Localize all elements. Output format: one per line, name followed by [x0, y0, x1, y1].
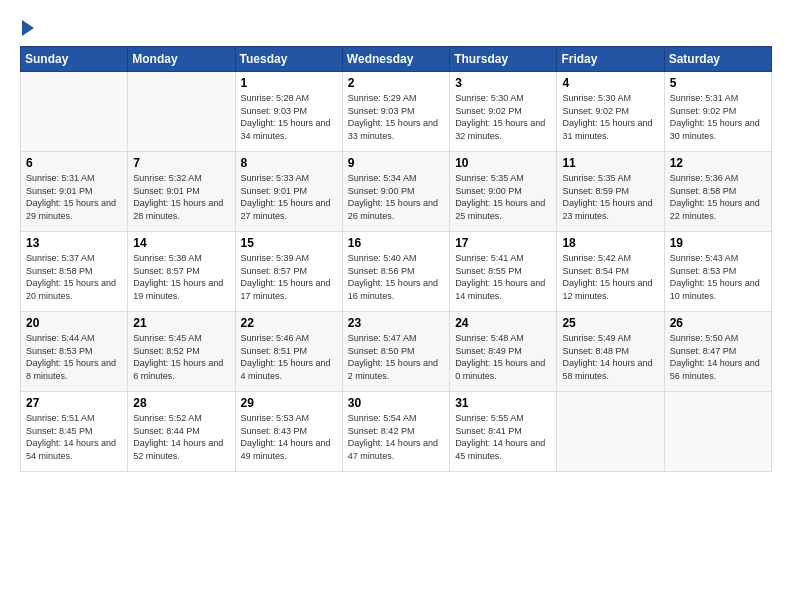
calendar-week-row: 1Sunrise: 5:28 AM Sunset: 9:03 PM Daylig… — [21, 72, 772, 152]
day-number: 27 — [26, 396, 122, 410]
day-number: 13 — [26, 236, 122, 250]
day-number: 22 — [241, 316, 337, 330]
day-info: Sunrise: 5:32 AM Sunset: 9:01 PM Dayligh… — [133, 172, 229, 222]
day-number: 6 — [26, 156, 122, 170]
calendar-day-cell: 20Sunrise: 5:44 AM Sunset: 8:53 PM Dayli… — [21, 312, 128, 392]
calendar-day-cell: 27Sunrise: 5:51 AM Sunset: 8:45 PM Dayli… — [21, 392, 128, 472]
calendar-day-cell: 7Sunrise: 5:32 AM Sunset: 9:01 PM Daylig… — [128, 152, 235, 232]
calendar-day-cell: 13Sunrise: 5:37 AM Sunset: 8:58 PM Dayli… — [21, 232, 128, 312]
weekday-header-tuesday: Tuesday — [235, 47, 342, 72]
day-number: 12 — [670, 156, 766, 170]
day-info: Sunrise: 5:31 AM Sunset: 9:02 PM Dayligh… — [670, 92, 766, 142]
calendar-day-cell: 31Sunrise: 5:55 AM Sunset: 8:41 PM Dayli… — [450, 392, 557, 472]
day-info: Sunrise: 5:38 AM Sunset: 8:57 PM Dayligh… — [133, 252, 229, 302]
day-info: Sunrise: 5:47 AM Sunset: 8:50 PM Dayligh… — [348, 332, 444, 382]
day-info: Sunrise: 5:50 AM Sunset: 8:47 PM Dayligh… — [670, 332, 766, 382]
calendar-day-cell: 5Sunrise: 5:31 AM Sunset: 9:02 PM Daylig… — [664, 72, 771, 152]
calendar-day-cell: 26Sunrise: 5:50 AM Sunset: 8:47 PM Dayli… — [664, 312, 771, 392]
day-number: 18 — [562, 236, 658, 250]
calendar-day-cell: 18Sunrise: 5:42 AM Sunset: 8:54 PM Dayli… — [557, 232, 664, 312]
day-info: Sunrise: 5:31 AM Sunset: 9:01 PM Dayligh… — [26, 172, 122, 222]
day-number: 23 — [348, 316, 444, 330]
day-number: 26 — [670, 316, 766, 330]
day-info: Sunrise: 5:33 AM Sunset: 9:01 PM Dayligh… — [241, 172, 337, 222]
weekday-header-monday: Monday — [128, 47, 235, 72]
calendar-day-cell: 12Sunrise: 5:36 AM Sunset: 8:58 PM Dayli… — [664, 152, 771, 232]
calendar-day-cell: 8Sunrise: 5:33 AM Sunset: 9:01 PM Daylig… — [235, 152, 342, 232]
calendar-day-cell: 17Sunrise: 5:41 AM Sunset: 8:55 PM Dayli… — [450, 232, 557, 312]
calendar-day-cell: 22Sunrise: 5:46 AM Sunset: 8:51 PM Dayli… — [235, 312, 342, 392]
calendar-day-cell: 2Sunrise: 5:29 AM Sunset: 9:03 PM Daylig… — [342, 72, 449, 152]
calendar-day-cell: 29Sunrise: 5:53 AM Sunset: 8:43 PM Dayli… — [235, 392, 342, 472]
calendar-day-cell: 6Sunrise: 5:31 AM Sunset: 9:01 PM Daylig… — [21, 152, 128, 232]
calendar-day-cell: 4Sunrise: 5:30 AM Sunset: 9:02 PM Daylig… — [557, 72, 664, 152]
day-info: Sunrise: 5:34 AM Sunset: 9:00 PM Dayligh… — [348, 172, 444, 222]
day-info: Sunrise: 5:43 AM Sunset: 8:53 PM Dayligh… — [670, 252, 766, 302]
weekday-header-thursday: Thursday — [450, 47, 557, 72]
calendar-header-row: SundayMondayTuesdayWednesdayThursdayFrid… — [21, 47, 772, 72]
day-info: Sunrise: 5:29 AM Sunset: 9:03 PM Dayligh… — [348, 92, 444, 142]
day-number: 1 — [241, 76, 337, 90]
day-number: 17 — [455, 236, 551, 250]
day-info: Sunrise: 5:30 AM Sunset: 9:02 PM Dayligh… — [455, 92, 551, 142]
calendar-day-cell: 25Sunrise: 5:49 AM Sunset: 8:48 PM Dayli… — [557, 312, 664, 392]
day-number: 15 — [241, 236, 337, 250]
day-number: 14 — [133, 236, 229, 250]
day-info: Sunrise: 5:51 AM Sunset: 8:45 PM Dayligh… — [26, 412, 122, 462]
day-info: Sunrise: 5:45 AM Sunset: 8:52 PM Dayligh… — [133, 332, 229, 382]
day-info: Sunrise: 5:36 AM Sunset: 8:58 PM Dayligh… — [670, 172, 766, 222]
day-info: Sunrise: 5:30 AM Sunset: 9:02 PM Dayligh… — [562, 92, 658, 142]
calendar-day-cell: 15Sunrise: 5:39 AM Sunset: 8:57 PM Dayli… — [235, 232, 342, 312]
day-info: Sunrise: 5:37 AM Sunset: 8:58 PM Dayligh… — [26, 252, 122, 302]
day-info: Sunrise: 5:28 AM Sunset: 9:03 PM Dayligh… — [241, 92, 337, 142]
day-number: 9 — [348, 156, 444, 170]
calendar-day-cell: 11Sunrise: 5:35 AM Sunset: 8:59 PM Dayli… — [557, 152, 664, 232]
calendar-table: SundayMondayTuesdayWednesdayThursdayFrid… — [20, 46, 772, 472]
day-number: 31 — [455, 396, 551, 410]
day-number: 11 — [562, 156, 658, 170]
calendar-day-cell: 9Sunrise: 5:34 AM Sunset: 9:00 PM Daylig… — [342, 152, 449, 232]
logo — [20, 20, 34, 36]
day-info: Sunrise: 5:55 AM Sunset: 8:41 PM Dayligh… — [455, 412, 551, 462]
day-info: Sunrise: 5:46 AM Sunset: 8:51 PM Dayligh… — [241, 332, 337, 382]
calendar-day-cell: 19Sunrise: 5:43 AM Sunset: 8:53 PM Dayli… — [664, 232, 771, 312]
calendar-day-cell: 1Sunrise: 5:28 AM Sunset: 9:03 PM Daylig… — [235, 72, 342, 152]
calendar-week-row: 13Sunrise: 5:37 AM Sunset: 8:58 PM Dayli… — [21, 232, 772, 312]
calendar-day-cell: 16Sunrise: 5:40 AM Sunset: 8:56 PM Dayli… — [342, 232, 449, 312]
calendar-week-row: 27Sunrise: 5:51 AM Sunset: 8:45 PM Dayli… — [21, 392, 772, 472]
day-number: 21 — [133, 316, 229, 330]
day-info: Sunrise: 5:41 AM Sunset: 8:55 PM Dayligh… — [455, 252, 551, 302]
day-number: 10 — [455, 156, 551, 170]
calendar-day-cell — [557, 392, 664, 472]
day-number: 24 — [455, 316, 551, 330]
day-number: 2 — [348, 76, 444, 90]
calendar-day-cell: 10Sunrise: 5:35 AM Sunset: 9:00 PM Dayli… — [450, 152, 557, 232]
day-number: 25 — [562, 316, 658, 330]
day-info: Sunrise: 5:40 AM Sunset: 8:56 PM Dayligh… — [348, 252, 444, 302]
day-number: 30 — [348, 396, 444, 410]
day-number: 8 — [241, 156, 337, 170]
day-number: 4 — [562, 76, 658, 90]
day-info: Sunrise: 5:44 AM Sunset: 8:53 PM Dayligh… — [26, 332, 122, 382]
day-number: 28 — [133, 396, 229, 410]
page-header — [20, 20, 772, 36]
weekday-header-wednesday: Wednesday — [342, 47, 449, 72]
day-info: Sunrise: 5:49 AM Sunset: 8:48 PM Dayligh… — [562, 332, 658, 382]
day-number: 3 — [455, 76, 551, 90]
calendar-day-cell: 28Sunrise: 5:52 AM Sunset: 8:44 PM Dayli… — [128, 392, 235, 472]
day-info: Sunrise: 5:52 AM Sunset: 8:44 PM Dayligh… — [133, 412, 229, 462]
calendar-day-cell: 24Sunrise: 5:48 AM Sunset: 8:49 PM Dayli… — [450, 312, 557, 392]
calendar-day-cell: 21Sunrise: 5:45 AM Sunset: 8:52 PM Dayli… — [128, 312, 235, 392]
day-info: Sunrise: 5:35 AM Sunset: 9:00 PM Dayligh… — [455, 172, 551, 222]
weekday-header-sunday: Sunday — [21, 47, 128, 72]
day-number: 5 — [670, 76, 766, 90]
calendar-day-cell — [128, 72, 235, 152]
calendar-week-row: 20Sunrise: 5:44 AM Sunset: 8:53 PM Dayli… — [21, 312, 772, 392]
day-number: 20 — [26, 316, 122, 330]
day-number: 7 — [133, 156, 229, 170]
day-info: Sunrise: 5:42 AM Sunset: 8:54 PM Dayligh… — [562, 252, 658, 302]
calendar-week-row: 6Sunrise: 5:31 AM Sunset: 9:01 PM Daylig… — [21, 152, 772, 232]
calendar-day-cell: 14Sunrise: 5:38 AM Sunset: 8:57 PM Dayli… — [128, 232, 235, 312]
day-info: Sunrise: 5:53 AM Sunset: 8:43 PM Dayligh… — [241, 412, 337, 462]
weekday-header-saturday: Saturday — [664, 47, 771, 72]
